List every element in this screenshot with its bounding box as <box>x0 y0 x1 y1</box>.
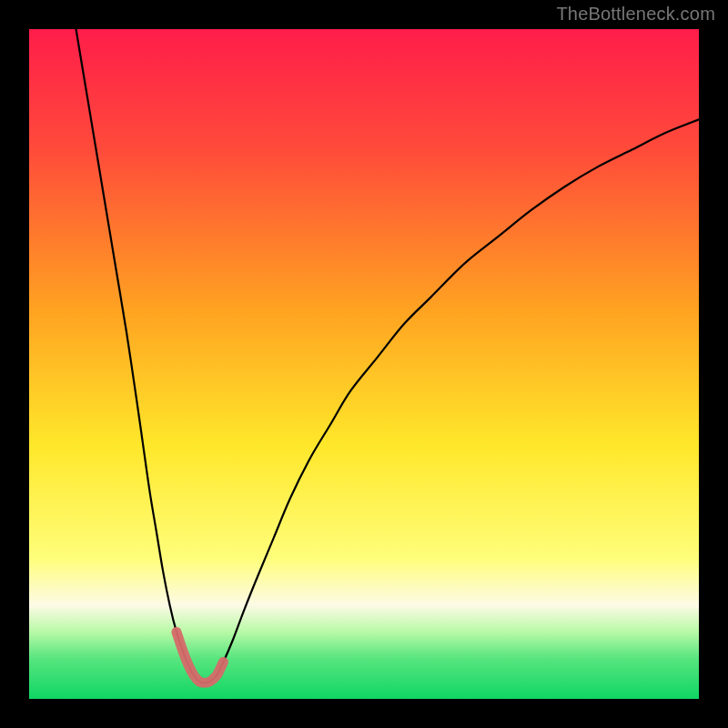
gradient-background <box>29 29 699 699</box>
chart-svg <box>29 29 699 699</box>
chart-plot-area <box>29 29 699 699</box>
outer-frame: TheBottleneck.com <box>0 0 728 728</box>
attribution-watermark: TheBottleneck.com <box>556 4 715 25</box>
